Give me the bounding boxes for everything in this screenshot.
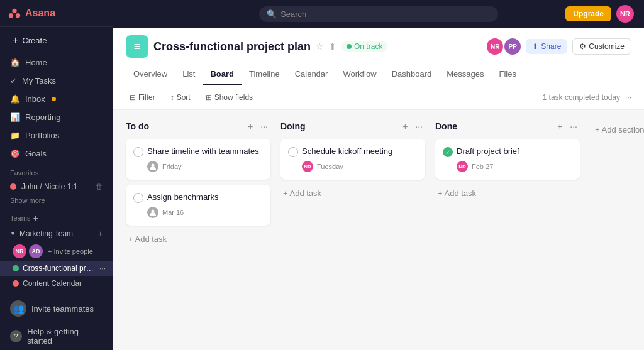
- board: To do + ··· Share timeline with teammate…: [113, 110, 644, 350]
- teams-section-header: Teams +: [0, 207, 113, 226]
- member-avatar-nr: NR: [487, 38, 503, 55]
- more-options-todo-button[interactable]: ···: [258, 120, 270, 133]
- show-fields-button[interactable]: ⊞ Show fields: [202, 90, 257, 104]
- column-todo-actions: + ···: [245, 120, 270, 133]
- column-doing-header: Doing + ···: [280, 120, 425, 133]
- task-check-draft-brief[interactable]: ✓: [443, 147, 453, 157]
- task-avatar-schedule-kickoff: NR: [302, 161, 313, 172]
- more-options-icon[interactable]: ···: [99, 264, 106, 273]
- sidebar-item-portfolios[interactable]: 📁 Portfolios: [0, 126, 113, 145]
- sort-button[interactable]: ↕ Sort: [167, 90, 194, 104]
- top-search-bar: 🔍 Upgrade NR: [113, 0, 644, 28]
- column-done-header: Done + ···: [435, 120, 580, 133]
- project-item-content-calendar[interactable]: Content Calendar: [0, 276, 113, 291]
- more-options-icon[interactable]: ···: [625, 93, 631, 102]
- add-task-header-button-todo[interactable]: +: [245, 120, 255, 133]
- task-card-assign-benchmarks: Assign benchmarks Mar 16: [126, 185, 270, 226]
- create-button[interactable]: + Create: [5, 30, 108, 51]
- tab-overview[interactable]: Overview: [126, 64, 175, 85]
- task-avatar-assign-benchmarks: [147, 207, 158, 218]
- customize-button[interactable]: ⚙ Customize: [572, 38, 631, 55]
- favorites-section-label: Favorites: [0, 163, 113, 179]
- plus-icon: +: [13, 35, 18, 46]
- share-to-icon[interactable]: ⬆: [329, 41, 336, 52]
- chevron-down-icon: ▼: [10, 231, 16, 237]
- invite-people-button[interactable]: + Invite people: [48, 248, 93, 255]
- project-title: Cross-functional project plan: [153, 40, 311, 53]
- add-team-icon[interactable]: +: [33, 213, 38, 223]
- task-avatar-share-timeline: [147, 161, 158, 172]
- task-avatar-draft-brief: NR: [457, 161, 468, 172]
- tab-messages[interactable]: Messages: [439, 64, 491, 85]
- favorite-color-dot: [10, 183, 16, 190]
- board-toolbar: ⊟ Filter ↕ Sort ⊞ Show fields 1 task com…: [113, 85, 644, 110]
- sidebar-item-reporting[interactable]: 📊 Reporting: [0, 108, 113, 126]
- task-check-schedule-kickoff[interactable]: [288, 147, 298, 157]
- filter-button[interactable]: ⊟ Filter: [126, 90, 159, 104]
- upgrade-button[interactable]: Upgrade: [565, 6, 611, 21]
- status-dot: [347, 44, 352, 49]
- sidebar-item-my-tasks[interactable]: ✓ My Tasks: [0, 72, 113, 90]
- target-icon: 🎯: [10, 149, 20, 158]
- sidebar-item-goals[interactable]: 🎯 Goals: [0, 145, 113, 163]
- invite-teammates-button[interactable]: 👥 Invite teammates: [0, 296, 113, 321]
- add-team-member-icon[interactable]: +: [98, 229, 103, 239]
- task-check-share-timeline[interactable]: [133, 147, 143, 157]
- add-task-header-button-doing[interactable]: +: [400, 120, 410, 133]
- svg-point-2: [16, 13, 20, 18]
- column-doing-actions: + ···: [400, 120, 425, 133]
- add-task-done-button[interactable]: + Add task: [435, 185, 580, 202]
- column-done: Done + ··· ✓ Draft project brief NR Feb …: [435, 120, 580, 202]
- sidebar-logo-area: Asana: [0, 0, 113, 27]
- tab-workflow[interactable]: Workflow: [335, 64, 384, 85]
- avatar-ad: AD: [29, 244, 43, 258]
- tab-calendar[interactable]: Calendar: [287, 64, 336, 85]
- sidebar-item-inbox[interactable]: 🔔 Inbox: [0, 90, 113, 108]
- team-item-marketing[interactable]: ▼ Marketing Team +: [0, 226, 113, 242]
- tab-list[interactable]: List: [175, 64, 203, 85]
- favorite-item-john-nicole[interactable]: John / Nicole 1:1 🗑: [0, 179, 113, 194]
- user-avatar[interactable]: NR: [616, 5, 634, 23]
- task-check-assign-benchmarks[interactable]: [133, 193, 143, 203]
- project-item-cross-functional[interactable]: Cross-functional pro... ···: [0, 261, 113, 276]
- add-section-button[interactable]: + Add section: [590, 121, 644, 138]
- help-icon: ?: [10, 330, 22, 342]
- add-task-doing-button[interactable]: + Add task: [280, 185, 425, 202]
- svg-point-0: [12, 9, 16, 13]
- delete-icon[interactable]: 🗑: [96, 182, 103, 191]
- sort-icon: ↕: [170, 93, 174, 102]
- more-options-done-button[interactable]: ···: [567, 120, 580, 133]
- column-doing: Doing + ··· Schedule kickoff meeting NR …: [280, 120, 425, 202]
- svg-point-3: [152, 164, 155, 167]
- column-done-actions: + ···: [555, 120, 580, 133]
- tab-board[interactable]: Board: [203, 64, 242, 85]
- folder-icon: 📁: [10, 131, 20, 140]
- project-status-badge: On track: [341, 41, 387, 52]
- add-task-todo-button[interactable]: + Add task: [126, 231, 270, 248]
- star-icon[interactable]: ☆: [316, 41, 324, 52]
- topbar-actions: Upgrade NR: [565, 5, 634, 23]
- tab-timeline[interactable]: Timeline: [242, 64, 287, 85]
- search-input[interactable]: [280, 9, 491, 19]
- inbox-badge: [52, 97, 56, 101]
- completed-status: 1 task completed today ···: [543, 93, 631, 102]
- more-options-doing-button[interactable]: ···: [413, 120, 425, 133]
- show-more-button[interactable]: Show more: [0, 194, 113, 207]
- search-bar: 🔍: [259, 6, 498, 22]
- tab-dashboard[interactable]: Dashboard: [384, 64, 440, 85]
- task-card-share-timeline: Share timeline with teammates Friday: [126, 139, 270, 180]
- tab-files[interactable]: Files: [491, 64, 523, 85]
- chart-icon: 📊: [10, 112, 20, 122]
- sidebar-nav: 🏠 Home ✓ My Tasks 🔔 Inbox 📊 Reporting 📁 …: [0, 53, 113, 163]
- add-task-header-button-done[interactable]: +: [555, 120, 565, 133]
- customize-icon: ⚙: [579, 42, 586, 51]
- column-todo: To do + ··· Share timeline with teammate…: [126, 120, 270, 248]
- search-icon: 🔍: [267, 9, 277, 19]
- help-button[interactable]: ? Help & getting started: [0, 322, 113, 350]
- bell-icon: 🔔: [10, 94, 20, 104]
- sidebar-item-home[interactable]: 🏠 Home: [0, 53, 113, 72]
- project-tabs: Overview List Board Timeline Calendar Wo…: [126, 64, 631, 85]
- search-input-wrap[interactable]: 🔍: [259, 6, 498, 22]
- task-card-draft-brief: ✓ Draft project brief NR Feb 27: [435, 139, 580, 180]
- share-button[interactable]: ⬆ Share: [526, 39, 567, 54]
